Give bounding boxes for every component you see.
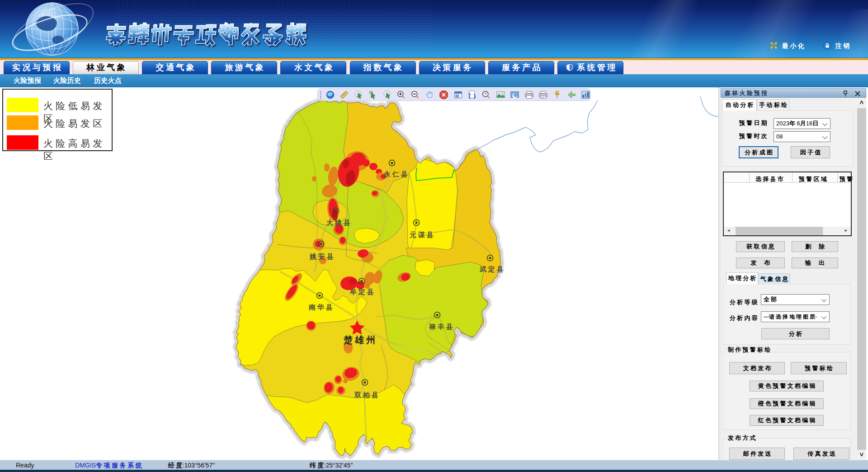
svg-text:禄丰县: 禄丰县 [429,323,454,330]
svg-text:南华县: 南华县 [308,303,334,311]
svg-text:?: ? [485,92,487,96]
svg-text:楚雄州: 楚雄州 [343,335,377,345]
svg-text:永仁县: 永仁县 [383,170,409,178]
svg-text:姚安县: 姚安县 [309,253,335,261]
svg-text:双柏县: 双柏县 [354,391,380,399]
svg-text:大姚县: 大姚县 [326,219,352,227]
svg-text:元谋县: 元谋县 [409,231,435,238]
svg-text:牟定县: 牟定县 [349,288,375,296]
svg-text:武定县: 武定县 [479,265,505,273]
